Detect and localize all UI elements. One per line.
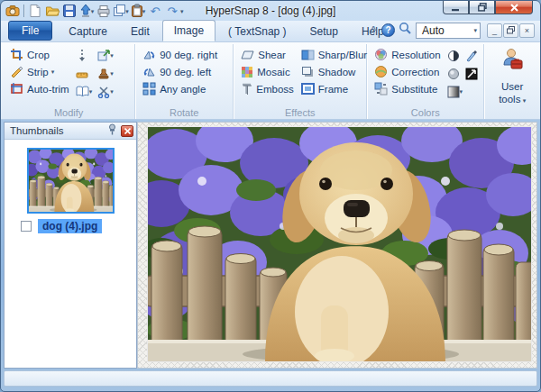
title-bar: ▾ ▾ ▾ ↶ ↷ ▾ HyperSnap 8 - [dog (4).jpg] [1, 1, 540, 21]
rotate-right-button[interactable]: 90 deg. right [141, 46, 219, 63]
open-folder-icon[interactable] [44, 3, 60, 19]
chevron-down-icon: ▾ [473, 27, 477, 33]
sharp-blur-button[interactable]: Sharp/Blur [299, 46, 369, 63]
close-button[interactable] [495, 1, 533, 14]
minimize-button[interactable] [443, 1, 469, 14]
qat-separator [23, 5, 24, 17]
zoom-level-value: Auto [422, 24, 474, 37]
group-label-colors: Colors [367, 107, 483, 118]
ribbon-group-rotate: 90 deg. right 90 deg. left Any angle Rot… [135, 44, 234, 119]
auto-trim-button[interactable]: Auto-trim [8, 80, 71, 97]
ribbon-tab-bar: File Capture Edit Image ( TextSnap ) Set… [1, 21, 540, 42]
substitute-button[interactable]: Substitute [372, 80, 442, 97]
group-label-modify: Modify [3, 107, 134, 118]
contrast-icon[interactable] [446, 48, 461, 63]
crop-button[interactable]: Crop [8, 46, 71, 63]
copy-window-icon[interactable]: ▾ [113, 3, 129, 19]
quick-access-toolbar: ▾ ▾ ▾ ↶ ↷ ▾ [1, 3, 184, 19]
thumbnail-checkbox[interactable] [21, 221, 32, 232]
measure-icon[interactable] [75, 48, 94, 63]
emboss-button[interactable]: Emboss [239, 80, 296, 97]
color-pen-icon[interactable] [464, 48, 479, 63]
undo-icon[interactable]: ↶ [147, 3, 163, 19]
invert-icon[interactable] [464, 66, 479, 81]
chevron-down-icon[interactable]: ▾ [125, 8, 129, 14]
tab-textsnap[interactable]: ( TextSnap ) [217, 22, 297, 41]
tab-bar-right-cluster: ^ ? Auto ▾ _ × [369, 22, 535, 39]
stamp-icon[interactable]: ▾ [96, 66, 115, 81]
pages-icon[interactable]: ▾ [75, 84, 94, 99]
tab-file[interactable]: File [8, 21, 52, 41]
ribbon-group-effects: Shear Mosaic Emboss Sharp/Blur [234, 44, 367, 119]
chevron-down-icon[interactable]: ▾ [142, 8, 146, 14]
chevron-down-icon: ▾ [89, 88, 93, 95]
document-restore-button[interactable] [503, 23, 518, 38]
group-label-rotate: Rotate [135, 107, 233, 118]
send-to-icon[interactable]: ▾ [96, 48, 115, 63]
zoom-level-combobox[interactable]: Auto ▾ [416, 23, 481, 39]
gradient-icon[interactable]: ▾ [446, 84, 479, 99]
document-minimize-button[interactable]: _ [487, 23, 502, 38]
shadow-button[interactable]: Shadow [299, 63, 369, 80]
status-bar [4, 370, 537, 387]
panel-close-icon[interactable] [121, 125, 133, 137]
app-camera-icon[interactable] [5, 3, 21, 19]
brightness-icon[interactable] [446, 66, 461, 81]
tab-image[interactable]: Image [162, 20, 215, 41]
restore-button[interactable] [469, 1, 495, 14]
chevron-down-icon: ▾ [523, 97, 527, 104]
redo-icon[interactable]: ↷ [164, 3, 180, 19]
rotate-left-button[interactable]: 90 deg. left [141, 63, 219, 80]
new-file-icon[interactable] [27, 3, 43, 19]
chevron-down-icon: ▾ [110, 70, 114, 77]
ribbon-group-modify: Crop Strip ▾ Auto-trim ▾ ▾ ▾ ▾ [3, 44, 135, 119]
image-canvas [137, 122, 537, 369]
window-controls [443, 1, 533, 14]
tab-capture[interactable]: Capture [58, 22, 118, 41]
chevron-down-icon: ▾ [110, 52, 114, 59]
help-icon[interactable]: ? [381, 23, 395, 37]
chevron-down-icon: ▾ [460, 88, 463, 95]
thumbnail-filename[interactable]: dog (4).jpg [38, 219, 102, 233]
ribbon-group-colors: Resolution Correction Substitute ▾ Color… [367, 44, 484, 119]
document-close-button[interactable]: × [519, 23, 535, 38]
user-tools-icon[interactable] [500, 47, 524, 74]
qat-overflow-icon[interactable]: ▾ [180, 8, 184, 14]
shear-button[interactable]: Shear [239, 46, 296, 63]
rotate-any-angle-button[interactable]: Any angle [141, 80, 219, 97]
thumbnails-panel-title: Thumbnails [10, 125, 107, 136]
thumbnail-caption-row: dog (4).jpg [21, 219, 136, 233]
paste-clipboard-icon[interactable]: ▾ [130, 3, 146, 19]
thumbnails-panel: Thumbnails dog (4).jpg [4, 122, 137, 369]
capture-upload-icon[interactable]: ▾ [78, 3, 95, 19]
thumbnail-item[interactable] [27, 148, 115, 214]
group-label-effects: Effects [234, 107, 366, 118]
correction-button[interactable]: Correction [372, 63, 442, 80]
print-icon[interactable] [96, 3, 112, 19]
chevron-down-icon[interactable]: ▾ [91, 8, 95, 14]
ribbon-group-user-tools: User tools ▾ [484, 44, 540, 119]
pin-icon[interactable] [107, 123, 117, 139]
user-tools-button[interactable]: User tools ▾ [491, 80, 533, 106]
scissors-icon[interactable]: ▾ [96, 84, 115, 99]
scale-icon[interactable] [75, 66, 94, 81]
thumbnails-panel-header: Thumbnails [5, 123, 136, 140]
chevron-down-icon: ▾ [51, 68, 55, 75]
resolution-button[interactable]: Resolution [372, 46, 442, 63]
ribbon: Crop Strip ▾ Auto-trim ▾ ▾ ▾ ▾ [1, 42, 540, 120]
tab-edit[interactable]: Edit [120, 22, 160, 41]
strip-button[interactable]: Strip ▾ [8, 63, 71, 80]
frame-button[interactable]: Frame [299, 80, 369, 97]
zoom-magnifier-icon[interactable] [399, 22, 412, 39]
chevron-down-icon: ▾ [110, 88, 114, 95]
tab-setup[interactable]: Setup [299, 22, 349, 41]
collapse-ribbon-icon[interactable]: ^ [369, 25, 378, 35]
content-area: Thumbnails dog (4).jpg [1, 121, 540, 369]
save-icon[interactable] [61, 3, 78, 19]
mosaic-button[interactable]: Mosaic [239, 63, 296, 80]
document-image[interactable] [148, 127, 531, 361]
window-title: HyperSnap 8 - [dog (4).jpg] [206, 5, 336, 17]
app-window: ▾ ▾ ▾ ↶ ↷ ▾ HyperSnap 8 - [dog (4).jpg] … [0, 0, 541, 392]
document-window-controls: _ × [487, 23, 535, 38]
